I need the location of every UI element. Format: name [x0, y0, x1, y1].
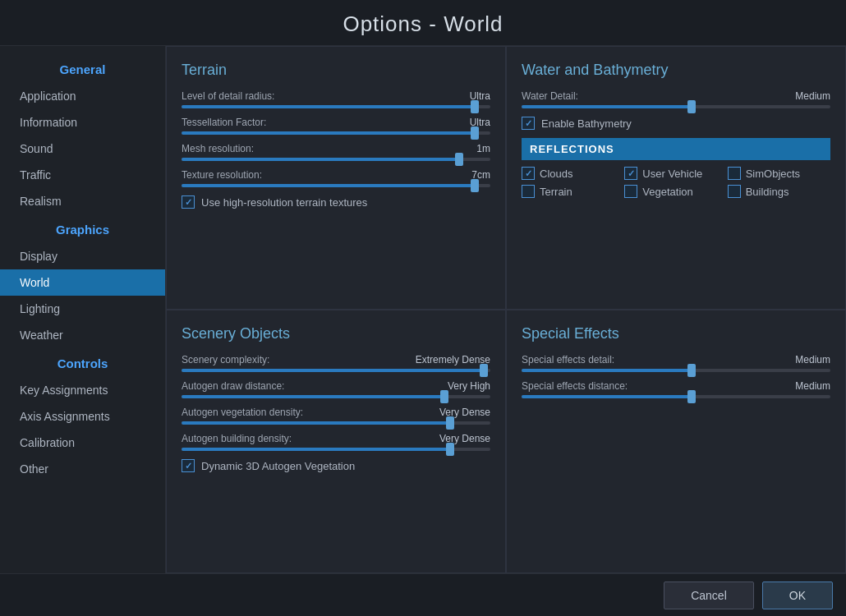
autogen-building-thumb[interactable]	[446, 443, 454, 456]
reflection-clouds-label: Clouds	[540, 168, 572, 180]
reflection-simobjects-checkbox[interactable]	[728, 167, 741, 180]
scenery-complexity-fill	[182, 369, 484, 372]
mesh-resolution-thumb[interactable]	[455, 153, 463, 166]
reflection-vegetation-label: Vegetation	[642, 186, 692, 198]
sidebar-item-realism[interactable]: Realism	[0, 188, 165, 214]
fx-distance-track[interactable]	[522, 395, 830, 398]
content-area: Terrain Level of detail radius: Ultra Te…	[166, 46, 846, 573]
sidebar-item-calibration[interactable]: Calibration	[0, 430, 165, 456]
water-detail-slider-row: Water Detail: Medium	[522, 90, 830, 108]
water-detail-track[interactable]	[522, 105, 830, 108]
bathymetry-checkbox-row[interactable]: Enable Bathymetry	[522, 117, 830, 130]
autogen-draw-fill	[182, 395, 444, 398]
bathymetry-checkbox[interactable]	[522, 117, 535, 130]
hires-terrain-checkbox[interactable]	[182, 195, 195, 209]
bathymetry-label: Enable Bathymetry	[541, 117, 632, 130]
fx-distance-thumb[interactable]	[687, 390, 696, 403]
fx-distance-slider-row: Special effects distance: Medium	[522, 380, 830, 398]
fx-distance-value: Medium	[795, 380, 830, 392]
sidebar-graphics-title: Graphics	[0, 214, 165, 243]
autogen-building-fill	[182, 448, 450, 451]
lod-radius-fill	[182, 105, 475, 108]
sidebar-item-lighting[interactable]: Lighting	[0, 296, 165, 322]
autogen-draw-track[interactable]	[182, 395, 490, 398]
tessellation-thumb[interactable]	[471, 126, 479, 140]
fx-detail-value: Medium	[795, 354, 830, 365]
autogen-building-slider-row: Autogen building density: Very Dense	[182, 433, 490, 451]
water-detail-value: Medium	[795, 90, 830, 102]
autogen-vegetation-track[interactable]	[182, 421, 490, 425]
autogen-building-track[interactable]	[182, 448, 490, 451]
sidebar-item-sound[interactable]: Sound	[0, 136, 165, 162]
reflection-terrain-checkbox[interactable]	[522, 185, 535, 198]
water-detail-label: Water Detail:	[522, 90, 578, 102]
mesh-resolution-label: Mesh resolution:	[182, 143, 254, 154]
reflection-terrain-label: Terrain	[540, 186, 572, 198]
special-effects-title: Special Effects	[522, 325, 830, 342]
ok-button[interactable]: OK	[762, 582, 833, 609]
reflection-user-vehicle-label: User Vehicle	[642, 168, 702, 180]
mesh-resolution-slider-row: Mesh resolution: 1m	[182, 143, 490, 161]
scenery-complexity-slider-row: Scenery complexity: Extremely Dense	[182, 354, 490, 372]
autogen-building-label: Autogen building density:	[182, 433, 292, 444]
dynamic-autogen-checkbox-row[interactable]: Dynamic 3D Autogen Vegetation	[182, 459, 490, 472]
reflection-buildings-checkbox[interactable]	[728, 185, 741, 198]
scenery-title: Scenery Objects	[182, 325, 490, 342]
sidebar-item-world[interactable]: World	[0, 269, 165, 296]
water-detail-fill	[522, 105, 692, 108]
texture-resolution-thumb[interactable]	[471, 179, 479, 192]
autogen-vegetation-fill	[182, 421, 450, 425]
reflection-clouds-checkbox[interactable]	[522, 167, 535, 180]
sidebar-item-key-assignments[interactable]: Key Assignments	[0, 377, 165, 403]
lod-radius-thumb[interactable]	[471, 100, 479, 113]
lod-radius-track[interactable]	[182, 105, 490, 108]
sidebar-item-other[interactable]: Other	[0, 456, 165, 482]
mesh-resolution-track[interactable]	[182, 158, 490, 161]
hires-terrain-checkbox-row[interactable]: Use high-resolution terrain textures	[182, 195, 490, 209]
fx-detail-track[interactable]	[522, 369, 830, 372]
reflection-clouds[interactable]: Clouds	[522, 167, 624, 180]
reflection-terrain[interactable]: Terrain	[522, 185, 624, 198]
scenery-complexity-label: Scenery complexity:	[182, 354, 269, 365]
fx-detail-slider-row: Special effects detail: Medium	[522, 354, 830, 372]
scenery-complexity-thumb[interactable]	[480, 364, 488, 377]
reflection-simobjects-label: SimObjects	[746, 168, 800, 180]
sidebar-item-display[interactable]: Display	[0, 243, 165, 269]
sidebar-item-application[interactable]: Application	[0, 83, 165, 109]
lod-radius-slider-row: Level of detail radius: Ultra	[182, 90, 490, 108]
texture-resolution-slider-row: Texture resolution: 7cm	[182, 169, 490, 187]
dynamic-autogen-label: Dynamic 3D Autogen Vegetation	[201, 460, 355, 472]
terrain-panel: Terrain Level of detail radius: Ultra Te…	[166, 46, 506, 310]
texture-resolution-track[interactable]	[182, 184, 490, 187]
reflection-user-vehicle[interactable]: User Vehicle	[624, 167, 727, 180]
texture-resolution-label: Texture resolution:	[182, 169, 262, 181]
reflection-user-vehicle-checkbox[interactable]	[624, 167, 637, 180]
scenery-panel: Scenery Objects Scenery complexity: Extr…	[166, 310, 506, 573]
reflection-buildings[interactable]: Buildings	[728, 185, 830, 198]
autogen-vegetation-thumb[interactable]	[446, 416, 454, 430]
sidebar-item-information[interactable]: Information	[0, 109, 165, 136]
reflections-header: REFLECTIONS	[522, 138, 830, 160]
reflection-buildings-label: Buildings	[746, 186, 789, 198]
sidebar-item-traffic[interactable]: Traffic	[0, 162, 165, 188]
scenery-complexity-track[interactable]	[182, 369, 490, 372]
autogen-draw-thumb[interactable]	[440, 390, 448, 403]
dynamic-autogen-checkbox[interactable]	[182, 459, 195, 472]
sidebar-general-title: General	[0, 54, 165, 83]
autogen-draw-slider-row: Autogen draw distance: Very High	[182, 380, 490, 398]
page-title: Options - World	[0, 0, 846, 46]
reflection-simobjects[interactable]: SimObjects	[728, 167, 830, 180]
sidebar-item-axis-assignments[interactable]: Axis Assignments	[0, 403, 165, 430]
mesh-resolution-value: 1m	[476, 143, 490, 154]
tessellation-label: Tessellation Factor:	[182, 117, 266, 128]
water-detail-thumb[interactable]	[687, 100, 696, 113]
cancel-button[interactable]: Cancel	[664, 582, 754, 609]
terrain-title: Terrain	[182, 62, 490, 79]
tessellation-track[interactable]	[182, 131, 490, 135]
autogen-vegetation-slider-row: Autogen vegetation density: Very Dense	[182, 407, 490, 425]
reflection-vegetation[interactable]: Vegetation	[624, 185, 727, 198]
sidebar-item-weather[interactable]: Weather	[0, 322, 165, 348]
reflection-vegetation-checkbox[interactable]	[624, 185, 637, 198]
fx-detail-thumb[interactable]	[687, 364, 696, 377]
autogen-vegetation-label: Autogen vegetation density:	[182, 407, 303, 418]
